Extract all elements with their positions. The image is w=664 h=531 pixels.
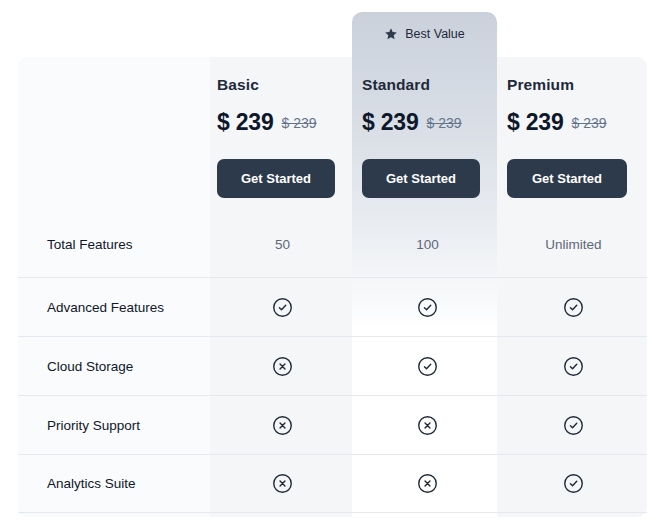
plan-column-premium: Premium $ 239 $ 239 Get Started — [500, 57, 647, 211]
plan-name: Premium — [507, 76, 641, 94]
feature-label: Advanced Features — [18, 278, 210, 336]
feature-value: 100 — [355, 211, 500, 277]
x-circle-icon — [417, 415, 438, 436]
feature-availability-cell — [355, 455, 500, 512]
feature-availability-cell — [210, 337, 355, 395]
feature-row-total-features: Total Features 50 100 Unlimited — [18, 211, 647, 277]
x-circle-icon — [272, 473, 293, 494]
x-circle-icon — [272, 415, 293, 436]
feature-label: Priority Support — [18, 396, 210, 454]
get-started-button-standard[interactable]: Get Started — [362, 159, 480, 198]
plan-price: $ 239 — [217, 109, 274, 136]
feature-label: Total Features — [18, 211, 210, 277]
get-started-button-basic[interactable]: Get Started — [217, 159, 335, 198]
feature-availability-cell — [500, 278, 647, 336]
feature-availability-cell — [500, 396, 647, 454]
feature-value: Unlimited — [500, 211, 647, 277]
plan-original-price: $ 239 — [282, 115, 317, 131]
feature-availability-cell — [210, 278, 355, 336]
pricing-table: Basic $ 239 $ 239 Get Started Standard $… — [18, 57, 647, 517]
feature-row-analytics-suite: Analytics Suite — [18, 454, 647, 513]
plan-price-line: $ 239 $ 239 — [362, 109, 494, 136]
plan-price: $ 239 — [362, 109, 419, 136]
get-started-button-premium[interactable]: Get Started — [507, 159, 627, 198]
feature-label: Analytics Suite — [18, 455, 210, 512]
best-value-label: Best Value — [405, 27, 465, 41]
plan-price-line: $ 239 $ 239 — [507, 109, 641, 136]
plan-original-price: $ 239 — [427, 115, 462, 131]
plan-name: Standard — [362, 76, 494, 94]
x-circle-icon — [417, 473, 438, 494]
feature-row-advanced-features: Advanced Features — [18, 277, 647, 336]
feature-availability-cell — [355, 278, 500, 336]
check-circle-icon — [563, 297, 584, 318]
plan-name: Basic — [217, 76, 349, 94]
check-circle-icon — [563, 473, 584, 494]
plan-column-standard: Standard $ 239 $ 239 Get Started — [355, 57, 500, 211]
plan-column-basic: Basic $ 239 $ 239 Get Started — [210, 57, 355, 211]
feature-label: Cloud Storage — [18, 337, 210, 395]
feature-availability-cell — [210, 455, 355, 512]
feature-availability-cell — [500, 337, 647, 395]
check-circle-icon — [563, 356, 584, 377]
check-circle-icon — [417, 297, 438, 318]
check-circle-icon — [563, 415, 584, 436]
star-icon — [384, 27, 398, 41]
plan-original-price: $ 239 — [572, 115, 607, 131]
pricing-page: Best Value Basic $ 239 $ 239 Get Started… — [0, 0, 664, 531]
feature-availability-cell — [355, 337, 500, 395]
header-spacer-cell — [18, 57, 210, 211]
feature-value: 50 — [210, 211, 355, 277]
feature-availability-cell — [500, 455, 647, 512]
best-value-badge: Best Value — [352, 12, 497, 56]
plan-header-row: Basic $ 239 $ 239 Get Started Standard $… — [18, 57, 647, 211]
check-circle-icon — [272, 297, 293, 318]
plan-price: $ 239 — [507, 109, 564, 136]
feature-availability-cell — [210, 396, 355, 454]
check-circle-icon — [417, 356, 438, 377]
plan-price-line: $ 239 $ 239 — [217, 109, 349, 136]
feature-row-cloud-storage: Cloud Storage — [18, 336, 647, 395]
x-circle-icon — [272, 356, 293, 377]
feature-availability-cell — [355, 396, 500, 454]
card-bottom-padding — [18, 513, 647, 517]
feature-row-priority-support: Priority Support — [18, 395, 647, 454]
